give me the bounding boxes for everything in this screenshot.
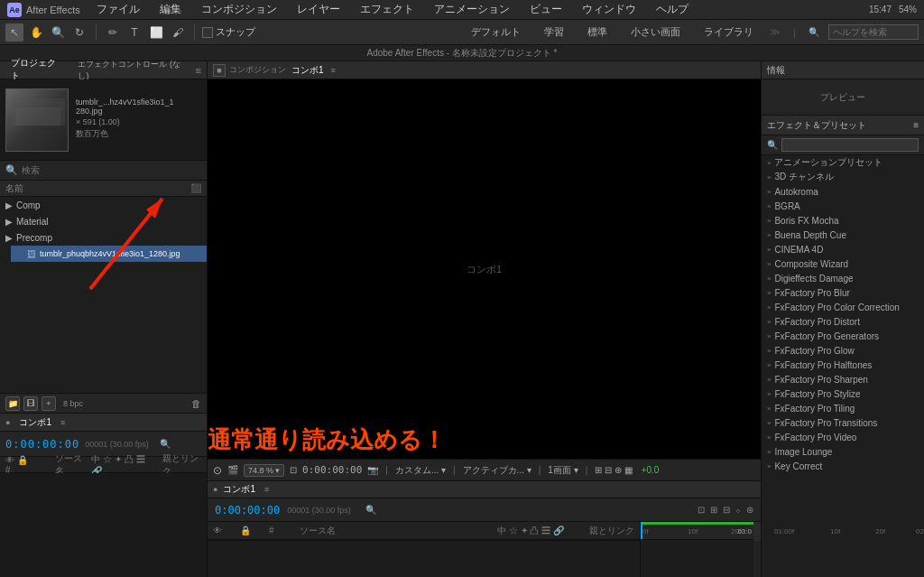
new-comp-btn[interactable]: 🎞: [23, 396, 38, 411]
grid-icons[interactable]: ⊞ ⊟ ⊛ ▦: [595, 465, 632, 475]
menu-window[interactable]: ウィンドウ: [578, 0, 640, 19]
tool-hand[interactable]: ✋: [27, 23, 45, 42]
delete-btn[interactable]: 🗑: [191, 398, 201, 409]
thumbnail-preview: [6, 89, 68, 151]
effect-cat-fxfactory-halftones[interactable]: » FxFactory Pro Halftones: [762, 358, 924, 372]
playback-icon[interactable]: ⊙: [213, 464, 222, 477]
timeline-scrollbar[interactable]: [753, 522, 761, 541]
new-folder-btn[interactable]: 📁: [5, 396, 20, 411]
effect-cat-boris[interactable]: » Boris FX Mocha: [762, 213, 924, 228]
eye-icon-col: 👁: [213, 526, 222, 535]
menu-help[interactable]: ヘルプ: [652, 0, 692, 19]
zoom-dropdown-icon[interactable]: ▾: [275, 466, 280, 475]
tool-select[interactable]: ↖: [5, 23, 23, 42]
timeline-panel: ● コンボ1 ≡ 0:00:00:00 00001 (30.00 fps) 🔍 …: [0, 414, 207, 577]
viewer-icon[interactable]: 🎬: [227, 465, 238, 475]
preview-label: プレビュー: [820, 91, 865, 104]
effect-cat-composite-wizard[interactable]: » Composite Wizard: [762, 256, 924, 271]
tool-pen[interactable]: ✏: [104, 23, 122, 42]
snap-checkbox-area[interactable]: スナップ: [202, 25, 255, 39]
tool-brush[interactable]: 🖌: [169, 23, 187, 42]
parent-col: 親とリンク: [589, 525, 634, 537]
effect-cat-digieffects[interactable]: » Digieffects Damage: [762, 271, 924, 285]
effect-cat-animation-presets[interactable]: » アニメーションプリセット: [762, 155, 924, 170]
workspace-default[interactable]: デフォルト: [464, 23, 528, 41]
effect-cat-fxfactory-glow[interactable]: » FxFactory Pro Glow: [762, 343, 924, 358]
timecode-display[interactable]: 0:00:00:00: [302, 464, 362, 476]
effect-cat-fxfactory-sharpen[interactable]: » FxFactory Pro Sharpen: [762, 372, 924, 386]
effect-cat-fxfactory-video[interactable]: » FxFactory Pro Video: [762, 430, 924, 444]
btl-timecode[interactable]: 0:00:00:00: [215, 504, 280, 517]
zoom-control[interactable]: 74.8 % ▾: [244, 464, 284, 477]
menu-edit[interactable]: 編集: [156, 0, 185, 19]
effect-cat-buena[interactable]: » Buena Depth Cue: [762, 228, 924, 242]
color-select[interactable]: アクティブカ... ▾: [463, 464, 531, 477]
arrow-icon-cinema4d: »: [767, 246, 771, 254]
folder-material[interactable]: ▶ Material: [0, 213, 207, 229]
btl-search-icon[interactable]: 🔍: [365, 505, 376, 515]
media-type-icon: ⬛: [190, 183, 201, 193]
menu-view[interactable]: ビュー: [526, 0, 566, 19]
effect-cat-fxfactory-distort[interactable]: » FxFactory Pro Distort: [762, 314, 924, 329]
workspace-standard[interactable]: 標準: [580, 23, 614, 41]
help-search-input[interactable]: [828, 24, 919, 40]
comp-tab-label[interactable]: コンボ1: [291, 64, 324, 77]
new-item-btn[interactable]: +: [42, 396, 56, 411]
composition-viewer[interactable]: コンボ1: [208, 79, 761, 459]
project-search-input[interactable]: [22, 165, 201, 175]
effect-cat-fxfactory-stylize[interactable]: » FxFactory Pro Stylize: [762, 386, 924, 401]
effects-menu-icon[interactable]: ≡: [913, 120, 919, 130]
file-tumblr-jpg[interactable]: 🖼 tumblr_phuqbhz4vV1sfie3io1_1280.jpg: [11, 246, 207, 262]
frame-count-select[interactable]: 1画面 ▾: [548, 464, 578, 477]
workspace-small[interactable]: 小さい画面: [624, 23, 688, 41]
menu-layer[interactable]: レイヤー: [293, 0, 344, 19]
tool-shape[interactable]: ⬜: [147, 23, 165, 42]
timeline-scrollbar-v[interactable]: [753, 541, 761, 577]
btl-ctrl-3[interactable]: ⊟: [723, 505, 730, 515]
menu-composition[interactable]: コンポジション: [198, 0, 281, 19]
snap-area: スナップ: [202, 25, 255, 39]
menu-effect[interactable]: エフェクト: [356, 0, 418, 19]
effects-search-input[interactable]: [781, 138, 919, 152]
fit-icon[interactable]: ⊡: [290, 465, 297, 475]
tool-rotate[interactable]: ↻: [70, 23, 88, 42]
btl-ctrl-5[interactable]: ⊛: [746, 505, 753, 515]
tool-zoom[interactable]: 🔍: [49, 23, 67, 42]
btl-ctrl-2[interactable]: ⊞: [710, 505, 717, 515]
menu-file[interactable]: ファイル: [93, 0, 143, 19]
workspace-library[interactable]: ライブラリ: [697, 23, 761, 41]
btl-comp-label[interactable]: コンボ1: [223, 483, 255, 496]
timeline-timecode[interactable]: 0:00:00:00: [5, 438, 79, 451]
timeline-search-icon[interactable]: 🔍: [160, 439, 171, 449]
effect-cat-fxfactory-transitions[interactable]: » FxFactory Pro Transitions: [762, 415, 924, 430]
timeline-tab-label[interactable]: コンボ1: [19, 416, 51, 429]
effect-cat-autokroma[interactable]: » Autokroma: [762, 184, 924, 199]
effects-list[interactable]: » アニメーションプリセット » 3D チャンネル » Autokroma » …: [762, 155, 924, 577]
ruler-mark-10f-2: 10f: [830, 527, 840, 535]
tool-text[interactable]: T: [125, 23, 143, 42]
effect-cat-bgra[interactable]: » BGRA: [762, 199, 924, 213]
snap-checkbox[interactable]: [202, 27, 213, 38]
folder-precomp[interactable]: ▶ Precomp: [0, 229, 207, 246]
btl-dot-icon: ●: [213, 485, 217, 494]
effect-cat-fxfactory-tiling[interactable]: » FxFactory Pro Tiling: [762, 401, 924, 415]
btl-ctrl-4[interactable]: ⬦: [735, 505, 741, 515]
btl-ctrl-1[interactable]: ⊡: [698, 505, 705, 515]
effect-cat-image-lounge[interactable]: » Image Lounge: [762, 444, 924, 459]
workspace-learn[interactable]: 学習: [537, 23, 571, 41]
file-list[interactable]: ▶ Comp ▶ Material ▶ Precomp 🖼 tumblr_phu…: [0, 197, 207, 393]
arrow-icon-imagelounge: »: [767, 448, 771, 456]
panel-menu-icon[interactable]: ≡: [196, 65, 201, 76]
snapshot-icon[interactable]: 📷: [367, 465, 378, 475]
effect-cat-fxfactory-generators[interactable]: » FxFactory Pro Generators: [762, 329, 924, 343]
menu-animation[interactable]: アニメーション: [430, 0, 513, 19]
effect-cat-fxfactory-blur[interactable]: » FxFactory Pro Blur: [762, 285, 924, 300]
timeline-playhead[interactable]: [641, 522, 642, 539]
thumbnail-dimensions: × 591 (1.00): [76, 117, 175, 126]
effect-cat-cinema4d[interactable]: » CINEMA 4D: [762, 242, 924, 256]
resolution-select[interactable]: カスタム... ▾: [395, 464, 446, 477]
effect-cat-3d-channel[interactable]: » 3D チャンネル: [762, 170, 924, 184]
effect-cat-key-correct[interactable]: » Key Correct: [762, 459, 924, 473]
folder-comp[interactable]: ▶ Comp: [0, 197, 207, 213]
effect-cat-fxfactory-color[interactable]: » FxFactory Pro Color Correction: [762, 300, 924, 314]
